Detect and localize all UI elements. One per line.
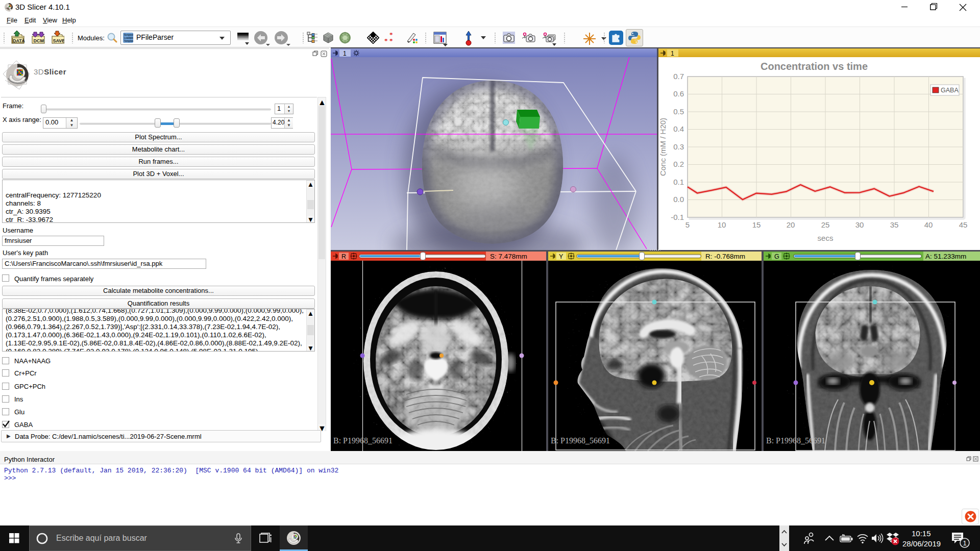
- svg-text:1: 1: [343, 50, 347, 57]
- svg-text:10: 10: [718, 220, 726, 229]
- svg-text:DCM: DCM: [34, 38, 44, 43]
- svg-text:0.3: 0.3: [673, 142, 684, 151]
- svg-text:30: 30: [855, 220, 864, 229]
- svg-text:45: 45: [959, 220, 968, 229]
- svg-text:0.6: 0.6: [673, 89, 684, 98]
- svg-text:Y: Y: [559, 253, 564, 260]
- svg-text:B: P19968_56691: B: P19968_56691: [333, 436, 393, 445]
- svg-text:0.1: 0.1: [673, 178, 684, 186]
- svg-text:secs: secs: [818, 234, 834, 242]
- svg-text:B: P19968_56691: B: P19968_56691: [766, 436, 825, 445]
- svg-text:20: 20: [787, 220, 795, 229]
- svg-text:R: R: [341, 253, 346, 260]
- svg-text:5: 5: [685, 220, 690, 229]
- svg-text:B: P19968_56691: B: P19968_56691: [551, 436, 610, 445]
- svg-text:0.0: 0.0: [673, 195, 684, 204]
- svg-text:GABA: GABA: [941, 87, 959, 94]
- svg-text:15: 15: [752, 220, 761, 229]
- svg-text:Template: Template: [124, 40, 133, 42]
- svg-text:1: 1: [963, 539, 966, 547]
- svg-text:Loadable: Loadable: [124, 37, 133, 39]
- svg-text:25: 25: [821, 220, 830, 229]
- svg-text:0.2: 0.2: [673, 160, 684, 168]
- svg-text:DATA: DATA: [13, 38, 25, 43]
- svg-text:1: 1: [671, 50, 674, 57]
- svg-text:0.5: 0.5: [673, 107, 684, 116]
- svg-text:0.7: 0.7: [673, 72, 684, 81]
- svg-text:G: G: [774, 253, 779, 260]
- svg-text:40: 40: [924, 220, 933, 229]
- svg-text:*: *: [389, 37, 393, 44]
- svg-text:0.4: 0.4: [673, 124, 684, 133]
- svg-text:Conc (mM / H20): Conc (mM / H20): [658, 118, 667, 176]
- svg-text:Scripted: Scripted: [124, 34, 133, 36]
- svg-text:*: *: [384, 37, 388, 44]
- svg-text:35: 35: [890, 220, 899, 229]
- svg-text:-0.1: -0.1: [671, 213, 684, 221]
- svg-text:SAVE: SAVE: [53, 38, 65, 43]
- svg-text:Concentration vs time: Concentration vs time: [761, 61, 868, 72]
